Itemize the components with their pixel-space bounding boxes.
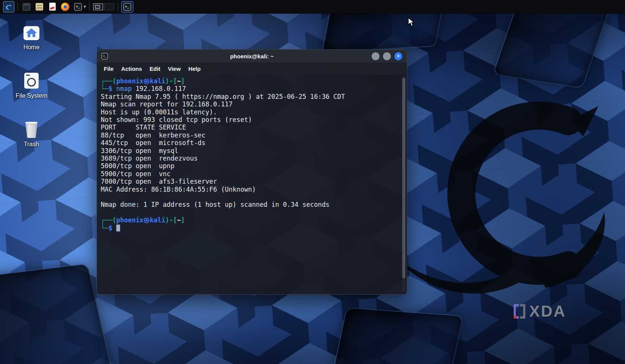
- window-button[interactable]: [21, 1, 32, 12]
- terminal-launcher-button[interactable]: >_: [72, 1, 84, 12]
- menu-help[interactable]: Help: [188, 66, 201, 72]
- terminal-output-line: Host is up (0.00011s latency).: [101, 108, 398, 116]
- terminal-output-line: 88/tcp open kerberos-sec: [101, 131, 398, 139]
- terminal-output-line: 3306/tcp open mysql: [101, 147, 398, 155]
- desktop-icon-home[interactable]: Home: [9, 25, 54, 51]
- terminal-output-line: PORT STATE SERVICE: [101, 123, 398, 131]
- kali-logo-icon: [5, 3, 13, 11]
- prompt-frame: └─: [101, 85, 108, 92]
- prompt-frame: )-[: [166, 77, 177, 85]
- prompt-host: kali: [150, 77, 166, 85]
- mouse-cursor: [408, 17, 416, 27]
- terminal-scrollbar[interactable]: [402, 76, 406, 292]
- file-manager-button[interactable]: [34, 1, 45, 12]
- kali-menu-button[interactable]: [3, 1, 14, 12]
- text-editor-icon: [49, 3, 56, 11]
- glass-cube-decoration: [328, 308, 464, 364]
- terminal-titlebar[interactable]: >_ phoenix@kali: ~ ×: [97, 50, 407, 62]
- file-manager-icon: [36, 3, 43, 11]
- prompt-frame: ]: [181, 216, 185, 224]
- terminal-output-line: 7000/tcp open afs3-fileserver: [101, 178, 398, 185]
- prompt-dollar: $: [108, 224, 112, 232]
- xda-watermark: XDA: [514, 302, 566, 320]
- trash-icon: [24, 121, 39, 138]
- terminal-icon: >_: [74, 3, 82, 11]
- desktop-icon-label: File System: [16, 92, 47, 99]
- home-icon: [23, 25, 40, 41]
- trash-rim: [25, 121, 38, 124]
- prompt-frame: ]: [181, 77, 185, 85]
- desktop-icon-file-system[interactable]: File System: [9, 72, 54, 99]
- prompt-path: ~: [177, 77, 181, 85]
- prompt-at-symbol: ㉿: [144, 216, 150, 224]
- prompt-at-symbol: ㉿: [144, 77, 150, 85]
- prompt-path: ~: [177, 216, 181, 224]
- top-panel: >_ ▾ >_: [0, 0, 625, 14]
- desktop-icon-label: Home: [23, 44, 40, 51]
- terminal-output-line: 5900/tcp open vnc: [101, 170, 398, 178]
- prompt-line: ┌──(phoenix㉿kali)-[~]: [101, 216, 398, 224]
- panel-separator: [89, 3, 89, 11]
- xda-bracket-icon: [520, 304, 525, 319]
- input-line[interactable]: └─$: [101, 224, 398, 232]
- workspace-1-button[interactable]: [93, 3, 103, 10]
- terminal-output-line: 3689/tcp open rendezvous: [101, 155, 398, 162]
- terminal-output-line: 5000/tcp open upnp: [101, 162, 398, 170]
- xda-watermark-text: XDA: [529, 302, 566, 320]
- terminal-task-icon: >_: [123, 3, 131, 11]
- prompt-frame: └─: [101, 224, 108, 232]
- terminal-output-line: Nmap done: 1 IP address (1 host up) scan…: [101, 201, 398, 208]
- menu-actions[interactable]: Actions: [121, 66, 142, 72]
- window-title: phoenix@kali: ~: [97, 53, 407, 59]
- menu-file[interactable]: File: [104, 66, 114, 72]
- file-system-icon: [23, 72, 40, 89]
- prompt-frame: )-[: [166, 216, 177, 224]
- close-button[interactable]: ×: [394, 52, 402, 60]
- terminal-content[interactable]: ┌──(phoenix㉿kali)-[~] └─$nmap 192.168.0.…: [97, 75, 407, 294]
- prompt-user: phoenix: [116, 77, 144, 85]
- terminal-output-line: Nmap scan report for 192.168.0.117: [101, 100, 398, 108]
- desktop-icon-label: Trash: [24, 141, 39, 148]
- prompt-host: kali: [150, 216, 166, 224]
- workspace-2-button[interactable]: [104, 3, 114, 10]
- minimize-button[interactable]: [372, 52, 380, 60]
- xda-bracket-icon: [514, 304, 519, 319]
- prompt-user: phoenix: [116, 216, 144, 224]
- terminal-window: >_ phoenix@kali: ~ × File Actions Edit V…: [97, 49, 407, 295]
- command-name: nmap: [116, 85, 132, 92]
- text-editor-button[interactable]: [47, 1, 58, 12]
- window-controls: ×: [372, 52, 402, 60]
- desktop-icon-trash[interactable]: Trash: [9, 121, 54, 148]
- command-args: 192.168.0.117: [132, 85, 186, 92]
- terminal-output-line: MAC Address: 86:1B:86:4A:55:F6 (Unknown): [101, 186, 398, 193]
- command-line: └─$nmap 192.168.0.117: [101, 85, 398, 92]
- maximize-button[interactable]: [383, 52, 391, 60]
- panel-separator: [17, 3, 18, 11]
- terminal-output-line: Not shown: 993 closed tcp ports (reset): [101, 116, 398, 123]
- terminal-output-line: Starting Nmap 7.95 ( https://nmap.org ) …: [101, 93, 398, 100]
- terminal-output-line: [101, 193, 398, 201]
- firefox-button[interactable]: [59, 1, 71, 12]
- window-icon: [23, 3, 30, 11]
- terminal-task-button[interactable]: >_: [121, 1, 133, 12]
- terminal-output-line: 445/tcp open microsoft-ds: [101, 139, 398, 147]
- workspace-switcher: [93, 3, 114, 10]
- terminal-menubar: File Actions Edit View Help: [97, 62, 407, 75]
- scrollbar-thumb[interactable]: [402, 78, 405, 278]
- prompt-frame: ┌──(: [101, 216, 116, 224]
- terminal-icon: >_: [102, 53, 108, 59]
- terminal-cursor: [116, 225, 120, 231]
- prompt-line: ┌──(phoenix㉿kali)-[~]: [101, 77, 398, 85]
- panel-separator: [118, 3, 118, 11]
- chevron-down-icon[interactable]: ▾: [84, 4, 86, 9]
- prompt-frame: ┌──(: [101, 77, 116, 85]
- firefox-icon: [61, 3, 69, 11]
- menu-edit[interactable]: Edit: [150, 66, 160, 72]
- menu-view[interactable]: View: [168, 66, 181, 72]
- kali-dragon-silhouette: [386, 95, 614, 307]
- prompt-dollar: $: [108, 85, 112, 92]
